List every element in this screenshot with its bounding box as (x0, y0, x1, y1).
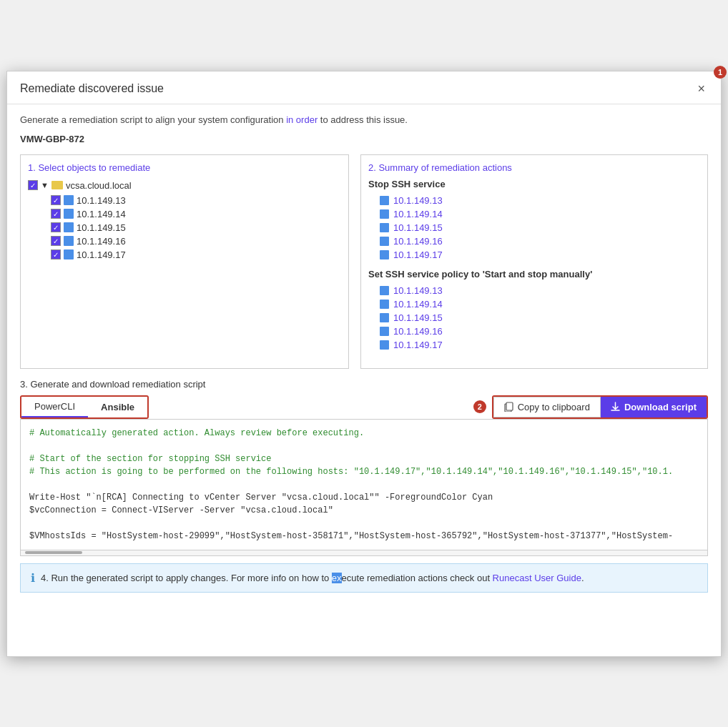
summary-g1-item4: 10.1.149.17 (380, 248, 700, 262)
child0-checkbox[interactable]: ✓ (51, 195, 61, 205)
tree-child-1[interactable]: ✓ 10.1.149.14 (51, 207, 341, 221)
tree-child-4[interactable]: ✓ 10.1.149.17 (51, 248, 341, 262)
close-button[interactable]: × (694, 81, 708, 97)
summary-server-icon (380, 209, 389, 219)
action-buttons-container: Copy to clipboard Download script (492, 395, 708, 419)
code-line-3: Write-Host "`n[RCA] Connecting to vCente… (29, 493, 493, 503)
horizontal-scrollbar[interactable] (20, 550, 708, 556)
server-icon-0 (64, 195, 74, 205)
summary-server-icon (380, 313, 389, 322)
svg-rect-1 (506, 402, 513, 410)
tree-child-3[interactable]: ✓ 10.1.149.16 (51, 234, 341, 248)
dialog-title: Remediate discovered issue (20, 82, 164, 95)
select-objects-panel: 1. Select objects to remediate ✓ ▼ vcsa.… (20, 154, 349, 369)
dialog-body: Generate a remediation script to align y… (7, 104, 721, 603)
code-line-1: # Start of the section for stopping SSH … (29, 454, 271, 464)
dialog: Remediate discovered issue × Generate a … (6, 71, 722, 657)
summary-g1-item1: 10.1.149.14 (380, 207, 700, 221)
summary-server-icon (380, 340, 389, 350)
issue-id: VMW-GBP-872 (20, 134, 708, 144)
summary-g1-item3: 10.1.149.16 (380, 234, 700, 248)
dialog-header: Remediate discovered issue × (7, 71, 721, 104)
summary-server-icon (380, 300, 389, 309)
summary-server-icon (380, 223, 389, 232)
info-bar: ℹ 4. Run the generated script to apply c… (20, 563, 708, 593)
root-label: vcsa.cloud.local (66, 180, 132, 191)
tree-child-2[interactable]: ✓ 10.1.149.15 (51, 221, 341, 234)
copy-to-clipboard-button[interactable]: Copy to clipboard (493, 397, 601, 417)
summary-g2-item4: 10.1.149.17 (380, 338, 700, 352)
tabs-and-buttons: PowerCLI Ansible 1 2 Copy to clipboar (20, 395, 708, 419)
tabs-container: PowerCLI Ansible (20, 395, 149, 419)
tab-ansible[interactable]: Ansible (88, 397, 147, 417)
badge-1: 1 (714, 66, 727, 79)
code-area[interactable]: # Automatically generated action. Always… (20, 419, 708, 550)
server-icon-2 (64, 222, 74, 232)
info-icon: ℹ (31, 571, 35, 585)
summary-server-icon (380, 237, 389, 246)
summary-server-icon (380, 196, 389, 205)
tree-root[interactable]: ✓ ▼ vcsa.cloud.local (28, 179, 341, 192)
summary-panel: 2. Summary of remediation actions Stop S… (360, 154, 708, 369)
summary-server-icon (380, 286, 389, 295)
summary-group2-title: Set SSH service policy to 'Start and sto… (368, 269, 700, 280)
section1-label: 1. Select objects to remediate (28, 162, 341, 173)
root-checkbox[interactable]: ✓ (28, 180, 38, 190)
child2-label: 10.1.149.15 (77, 222, 126, 233)
summary-g1-item2: 10.1.149.15 (380, 221, 700, 234)
server-icon-1 (64, 209, 74, 219)
summary-g2-item2: 10.1.149.15 (380, 311, 700, 325)
child4-checkbox[interactable]: ✓ (51, 249, 61, 259)
script-section: 3. Generate and download remediation scr… (20, 379, 708, 556)
tab-powercli[interactable]: PowerCLI (21, 397, 88, 417)
summary-server-icon (380, 327, 389, 336)
server-icon-3 (64, 236, 74, 246)
two-columns: 1. Select objects to remediate ✓ ▼ vcsa.… (20, 154, 708, 369)
child4-label: 10.1.149.17 (77, 249, 126, 260)
child2-checkbox[interactable]: ✓ (51, 222, 61, 232)
child3-checkbox[interactable]: ✓ (51, 236, 61, 246)
section2-label: 2. Summary of remediation actions (368, 162, 700, 173)
child1-checkbox[interactable]: ✓ (51, 209, 61, 219)
summary-g2-item3: 10.1.149.16 (380, 325, 700, 338)
download-icon (611, 402, 620, 412)
download-script-button[interactable]: Download script (601, 397, 707, 417)
code-line-5: $VMhostsIds = "HostSystem-host-29099","H… (29, 531, 673, 541)
subtitle: Generate a remediation script to align y… (20, 114, 708, 125)
summary-g1-item0: 10.1.149.13 (380, 194, 700, 207)
child3-label: 10.1.149.16 (77, 236, 126, 247)
badge-2: 2 (473, 400, 486, 413)
expand-icon[interactable]: ▼ (41, 181, 49, 189)
script-section-label: 3. Generate and download remediation scr… (20, 379, 708, 390)
tree-children: ✓ 10.1.149.13 ✓ 10.1.149.14 ✓ 10.1.149.1… (51, 194, 341, 262)
server-icon-4 (64, 249, 74, 259)
code-line-2: # This action is going to be performed o… (29, 467, 673, 477)
tree-child-0[interactable]: ✓ 10.1.149.13 (51, 194, 341, 207)
scrollbar-thumb (25, 551, 82, 554)
highlight-text: ex (332, 573, 342, 583)
info-text: 4. Run the generated script to apply cha… (41, 573, 584, 583)
subtitle-link[interactable]: in order (286, 114, 318, 125)
summary-server-icon (380, 250, 389, 259)
child0-label: 10.1.149.13 (77, 195, 126, 206)
summary-g2-item1: 10.1.149.14 (380, 297, 700, 311)
child1-label: 10.1.149.14 (77, 209, 126, 219)
folder-icon (51, 181, 63, 189)
summary-group1-title: Stop SSH service (368, 179, 700, 189)
user-guide-link[interactable]: Runecast User Guide (493, 573, 581, 583)
clipboard-icon (504, 402, 513, 412)
code-line-0: # Automatically generated action. Always… (29, 428, 364, 438)
summary-g2-item0: 10.1.149.13 (380, 284, 700, 297)
code-line-4: $vcConnection = Connect-VIServer -Server… (29, 505, 333, 515)
